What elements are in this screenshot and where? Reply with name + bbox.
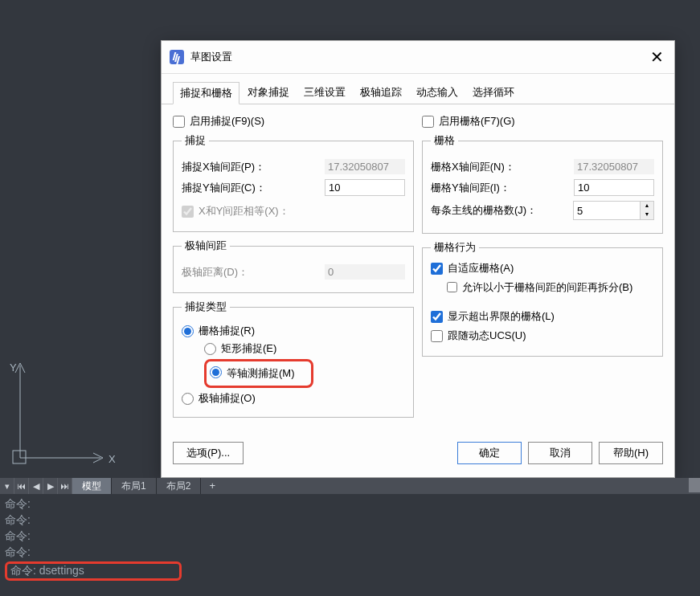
tab-dynamic-input[interactable]: 动态输入 (410, 82, 465, 104)
follow-ucs-checkbox[interactable] (431, 330, 443, 342)
polar-dist-input (325, 264, 405, 280)
polar-snap-radio[interactable] (182, 393, 194, 405)
command-prompt-line: 命令: (5, 496, 695, 512)
axis-y-label: Y (10, 361, 17, 374)
cancel-button[interactable]: 取消 (528, 442, 592, 464)
major-lines-input[interactable] (573, 201, 641, 220)
enable-grid-checkbox[interactable] (422, 116, 434, 128)
tab-object-snap[interactable]: 对象捕捉 (241, 82, 296, 104)
tab-polar-tracking[interactable]: 极轴追踪 (354, 82, 408, 104)
tab-nav-fwd-icon[interactable]: ▶ (43, 478, 58, 494)
tab-nav-back-icon[interactable]: ◀ (29, 478, 43, 494)
grid-x-input[interactable] (574, 159, 654, 174)
command-area[interactable]: 命令: 命令: 命令: 命令: 命令: dsettings (0, 494, 700, 596)
grid-snap-label: 栅格捕捉(R) (199, 324, 255, 338)
dialog-tabs: 捕捉和栅格 对象捕捉 三维设置 极轴追踪 动态输入 选择循环 (162, 74, 674, 104)
ucs-axis-icon (8, 361, 113, 466)
layout1-tab[interactable]: 布局1 (112, 478, 157, 494)
layout-tabstrip: ▾ ⏮ ◀ ▶ ⏭ 模型 布局1 布局2 + (0, 478, 700, 494)
tab-nav-first-icon[interactable]: ▾ (0, 478, 14, 494)
spinner-down-icon[interactable]: ▼ (641, 210, 653, 219)
polar-spacing-legend: 极轴间距 (182, 239, 230, 253)
dialog-title: 草图设置 (190, 50, 647, 64)
command-typed-text[interactable]: dsettings (39, 564, 84, 578)
enable-snap-checkbox[interactable] (173, 116, 185, 128)
show-beyond-checkbox[interactable] (431, 311, 443, 323)
drafting-settings-dialog: 草图设置 ✕ 捕捉和栅格 对象捕捉 三维设置 极轴追踪 动态输入 选择循环 启用… (161, 40, 675, 478)
command-prompt-line: 命令: (5, 528, 695, 544)
grid-y-label: 栅格Y轴间距(I)： (431, 181, 567, 195)
svg-rect-2 (13, 451, 26, 463)
tab-3d-settings[interactable]: 三维设置 (297, 82, 352, 104)
polar-dist-label: 极轴距离(D)： (182, 265, 318, 280)
grid-behavior-group: 栅格行为 自适应栅格(A) 允许以小于栅格间距的间距再拆分(B) 显示超出界限的… (422, 240, 663, 357)
grid-group-legend: 栅格 (431, 133, 458, 148)
rect-snap-radio[interactable] (204, 343, 216, 355)
grid-group: 栅格 栅格X轴间距(N)： 栅格Y轴间距(I)： 每条主线的栅格数(J)： ▲ (422, 133, 663, 234)
show-beyond-label: 显示超出界限的栅格(L) (448, 309, 555, 324)
options-button[interactable]: 选项(P)... (173, 442, 244, 464)
snap-type-legend: 捕捉类型 (182, 300, 230, 314)
tab-nav-last-icon[interactable]: ⏭ (58, 478, 72, 494)
snap-group: 捕捉 捕捉X轴间距(P)： 捕捉Y轴间距(C)： X和Y间距相等(X)： (173, 133, 414, 232)
app-icon (170, 50, 184, 64)
equal-xy-label: X和Y间距相等(X)： (199, 204, 289, 218)
adaptive-grid-checkbox[interactable] (431, 263, 443, 275)
scroll-thumb[interactable] (689, 478, 700, 492)
polar-spacing-group: 极轴间距 极轴距离(D)： (173, 239, 414, 293)
ok-button[interactable]: 确定 (457, 442, 522, 464)
model-tab[interactable]: 模型 (72, 478, 112, 494)
snap-type-group: 捕捉类型 栅格捕捉(R) 矩形捕捉(E) 等轴测捕捉(M) (173, 300, 414, 418)
layout2-tab[interactable]: 布局2 (157, 478, 202, 494)
axis-x-label: X (108, 453, 116, 465)
major-lines-label: 每条主线的栅格数(J)： (431, 203, 567, 218)
grid-behavior-legend: 栅格行为 (431, 240, 479, 255)
follow-ucs-label: 跟随动态UCS(U) (448, 329, 526, 343)
enable-snap-label: 启用捕捉(F9)(S) (190, 114, 264, 129)
command-prompt-line: 命令: (5, 512, 695, 528)
spinner-up-icon[interactable]: ▲ (641, 202, 653, 210)
iso-snap-highlight: 等轴测捕捉(M) (204, 359, 313, 388)
tab-snap-grid[interactable]: 捕捉和栅格 (173, 82, 239, 104)
snap-x-input[interactable] (325, 159, 405, 174)
snap-x-label: 捕捉X轴间距(P)： (182, 160, 318, 174)
command-input-highlight: 命令: dsettings (5, 561, 182, 581)
adaptive-grid-label: 自适应栅格(A) (448, 261, 514, 276)
tab-selection-cycle[interactable]: 选择循环 (466, 82, 521, 104)
allow-sub-checkbox[interactable] (447, 282, 457, 292)
help-button[interactable]: 帮助(H) (599, 442, 663, 464)
snap-group-legend: 捕捉 (182, 133, 209, 148)
dialog-titlebar[interactable]: 草图设置 ✕ (162, 41, 674, 74)
grid-x-label: 栅格X轴间距(N)： (431, 160, 567, 174)
close-icon[interactable]: ✕ (647, 47, 666, 67)
grid-y-input[interactable] (574, 179, 654, 196)
grid-snap-radio[interactable] (182, 325, 194, 337)
enable-grid-label: 启用栅格(F7)(G) (439, 114, 515, 129)
command-prompt: 命令: (10, 564, 36, 578)
command-prompt-line: 命令: (5, 544, 695, 560)
iso-snap-radio[interactable] (210, 366, 222, 378)
polar-snap-label: 极轴捕捉(O) (199, 391, 256, 406)
add-layout-tab[interactable]: + (201, 478, 223, 494)
snap-y-input[interactable] (325, 179, 405, 196)
iso-snap-label: 等轴测捕捉(M) (227, 366, 295, 381)
tab-nav-prev-icon[interactable]: ⏮ (14, 478, 29, 494)
equal-xy-checkbox (182, 206, 194, 218)
snap-y-label: 捕捉Y轴间距(C)： (182, 181, 318, 195)
allow-sub-label: 允许以小于栅格间距的间距再拆分(B) (462, 280, 632, 295)
rect-snap-label: 矩形捕捉(E) (221, 341, 276, 356)
